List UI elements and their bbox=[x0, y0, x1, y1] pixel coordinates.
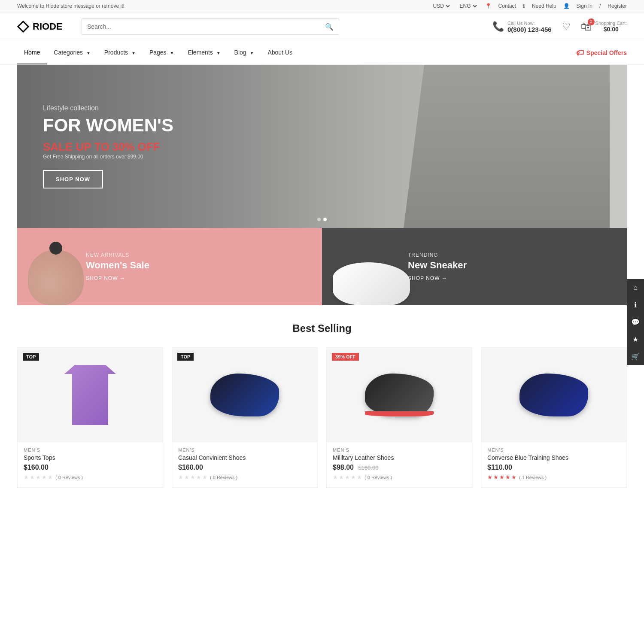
bestselling-section: Best Selling TOP MEN'S Sports Tops $160.… bbox=[0, 305, 644, 496]
nav-home[interactable]: Home bbox=[17, 41, 47, 64]
promo-left-tag: NEW ARRIVALS bbox=[86, 252, 149, 258]
product-price-3: $98.00 $160.00 bbox=[333, 464, 466, 471]
sidebar-cart-button[interactable]: 🛒 bbox=[627, 348, 644, 365]
product-image-3: 39% OFF bbox=[327, 348, 472, 442]
hero-subtitle: Lifestyle collection bbox=[43, 104, 173, 112]
call-label: Call Us Now: bbox=[507, 21, 552, 26]
hero-description: Get Free Shipping on all orders over $99… bbox=[43, 154, 173, 160]
blog-arrow: ▼ bbox=[249, 51, 254, 55]
product-name-1: Sports Tops bbox=[24, 454, 157, 461]
price-value-4: $110.00 bbox=[487, 464, 512, 471]
help-icon: ℹ bbox=[523, 3, 525, 9]
language-select[interactable]: ENG bbox=[458, 3, 478, 9]
promo-left-content: NEW ARRIVALS Women's Sale SHOP NOW → bbox=[17, 239, 162, 294]
sidebar-info-icon: ℹ bbox=[634, 301, 637, 309]
product-info-2: MEN'S Casual Convinient Shoes $160.00 ★★… bbox=[172, 442, 317, 487]
shoe-blue-visual bbox=[519, 374, 588, 416]
promo-right-title: New Sneaker bbox=[408, 260, 467, 271]
hero-cta[interactable]: SHOP NOW bbox=[43, 170, 103, 188]
product-stars-3: ★★★★★ ( 0 Reviews ) bbox=[333, 474, 466, 480]
products-arrow: ▼ bbox=[131, 51, 136, 55]
cart-button[interactable]: 🛍 0 Shopping Cart: $0.00 bbox=[581, 20, 627, 33]
promo-row: NEW ARRIVALS Women's Sale SHOP NOW → TRE… bbox=[17, 228, 627, 305]
product-name-2: Casual Convinient Shoes bbox=[178, 454, 311, 461]
hero-image bbox=[404, 65, 610, 228]
special-offers[interactable]: 🏷 Special Offers bbox=[576, 49, 627, 58]
tag-icon: 🏷 bbox=[576, 49, 584, 58]
price-value-2: $160.00 bbox=[178, 464, 203, 471]
product-info-3: MEN'S Mililtary Leather Shoes $98.00 $16… bbox=[327, 442, 472, 487]
promo-women-sale[interactable]: NEW ARRIVALS Women's Sale SHOP NOW → bbox=[17, 228, 322, 305]
shoe-trail-visual bbox=[365, 374, 434, 416]
currency-select[interactable]: USD bbox=[431, 3, 451, 9]
logo[interactable]: RIODE bbox=[17, 21, 73, 33]
stars-2: ★★★★★ bbox=[178, 474, 208, 480]
pages-arrow: ▼ bbox=[170, 51, 174, 55]
hero-dot-1[interactable] bbox=[317, 218, 321, 221]
cart-text: Shopping Cart: $0.00 bbox=[595, 21, 627, 33]
review-count-2: ( 0 Reviews ) bbox=[210, 475, 237, 480]
help-link[interactable]: Need Help bbox=[532, 3, 556, 9]
product-card-3[interactable]: 39% OFF MEN'S Mililtary Leather Shoes $9… bbox=[326, 347, 472, 488]
promo-right-link[interactable]: SHOP NOW → bbox=[408, 275, 447, 281]
promo-left-link[interactable]: SHOP NOW → bbox=[86, 275, 125, 281]
search-input[interactable] bbox=[87, 19, 325, 34]
register-link[interactable]: Register bbox=[608, 3, 627, 9]
nav-about[interactable]: About Us bbox=[261, 41, 299, 64]
user-icon: 👤 bbox=[563, 3, 570, 9]
wishlist-button[interactable]: ♡ bbox=[562, 21, 571, 32]
sidebar-info-button[interactable]: ℹ bbox=[627, 296, 644, 313]
call-text: Call Us Now: 0(800) 123-456 bbox=[507, 21, 552, 33]
navbar: Home Categories ▼ Products ▼ Pages ▼ Ele… bbox=[0, 41, 644, 65]
signin-link[interactable]: Sign In bbox=[577, 3, 592, 9]
product-category-2: MEN'S bbox=[178, 447, 311, 453]
nav-blog[interactable]: Blog ▼ bbox=[228, 41, 261, 64]
hero-sale: SALE UP TO 30% OFF bbox=[43, 140, 173, 154]
hero-sale-percent: 30% OFF bbox=[112, 140, 160, 153]
sidebar-chat-button[interactable]: 💬 bbox=[627, 313, 644, 331]
product-card-4[interactable]: MEN'S Converse Blue Training Shoes $110.… bbox=[481, 347, 627, 488]
product-badge-1: TOP bbox=[23, 353, 39, 361]
cart-amount: $0.00 bbox=[604, 26, 619, 33]
promo-sneaker[interactable]: TRENDING New Sneaker SHOP NOW → bbox=[322, 228, 627, 305]
separator: / bbox=[599, 3, 601, 9]
product-stars-2: ★★★★★ ( 0 Reviews ) bbox=[178, 474, 311, 480]
product-name-4: Converse Blue Training Shoes bbox=[487, 454, 620, 461]
stars-3: ★★★★★ bbox=[333, 474, 363, 480]
product-category-3: MEN'S bbox=[333, 447, 466, 453]
hero-dot-2[interactable] bbox=[323, 218, 327, 221]
product-image-4 bbox=[481, 348, 626, 442]
product-card-2[interactable]: TOP MEN'S Casual Convinient Shoes $160.0… bbox=[172, 347, 318, 488]
product-info-1: MEN'S Sports Tops $160.00 ★★★★★ ( 0 Revi… bbox=[18, 442, 163, 487]
nav-elements[interactable]: Elements ▼ bbox=[181, 41, 227, 64]
call-info: 📞 Call Us Now: 0(800) 123-456 bbox=[492, 21, 552, 33]
product-card-1[interactable]: TOP MEN'S Sports Tops $160.00 ★★★★★ ( 0 … bbox=[17, 347, 163, 488]
promo-left-title: Women's Sale bbox=[86, 260, 149, 271]
sidebar-star-button[interactable]: ★ bbox=[627, 331, 644, 348]
logo-text: RIODE bbox=[33, 21, 63, 32]
logo-icon bbox=[17, 21, 29, 33]
hero-banner: Lifestyle collection FOR WOMEN'S SALE UP… bbox=[17, 65, 627, 228]
phone-icon: 📞 bbox=[492, 21, 504, 32]
review-count-1: ( 0 Reviews ) bbox=[55, 475, 83, 480]
elements-arrow: ▼ bbox=[216, 51, 221, 55]
call-number: 0(800) 123-456 bbox=[507, 26, 552, 33]
nav-links: Home Categories ▼ Products ▼ Pages ▼ Ele… bbox=[17, 41, 299, 64]
sidebar-star-icon: ★ bbox=[632, 335, 638, 343]
top-bar: Welcome to Riode store message or remove… bbox=[0, 0, 644, 12]
cart-label: Shopping Cart: bbox=[595, 21, 627, 26]
nav-categories[interactable]: Categories ▼ bbox=[47, 41, 97, 64]
hero-content: Lifestyle collection FOR WOMEN'S SALE UP… bbox=[17, 79, 199, 214]
product-badge-2: TOP bbox=[177, 353, 194, 361]
product-category-1: MEN'S bbox=[24, 447, 157, 453]
heart-icon: ♡ bbox=[562, 21, 571, 32]
nav-pages[interactable]: Pages ▼ bbox=[143, 41, 181, 64]
nav-products[interactable]: Products ▼ bbox=[97, 41, 143, 64]
sidebar-home-button[interactable]: ⌂ bbox=[627, 279, 644, 296]
location-icon: 📍 bbox=[485, 3, 492, 9]
contact-link[interactable]: Contact bbox=[498, 3, 516, 9]
price-value-3: $98.00 bbox=[333, 464, 354, 471]
shirt-visual bbox=[64, 365, 116, 425]
product-price-2: $160.00 bbox=[178, 464, 311, 471]
search-button[interactable]: 🔍 bbox=[325, 23, 334, 31]
